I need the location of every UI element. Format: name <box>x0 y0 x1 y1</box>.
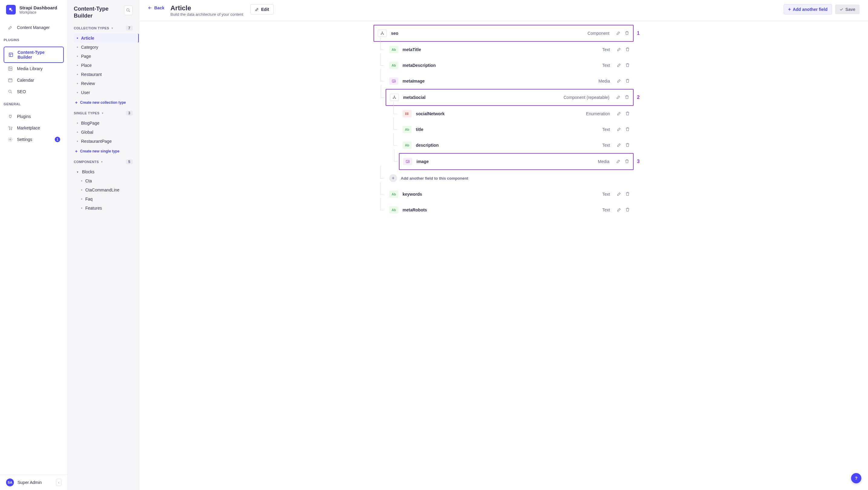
field-row-metaRobots[interactable]: AbmetaRobotsText <box>385 202 633 218</box>
component-item-features[interactable]: Features <box>74 204 133 213</box>
collapse-nav-button[interactable]: ‹ <box>56 479 61 486</box>
delete-field-button[interactable] <box>625 78 630 84</box>
components-count: 5 <box>126 159 133 164</box>
create-single-type[interactable]: + Create new single type <box>74 146 133 156</box>
delete-field-button[interactable] <box>625 111 630 117</box>
strapi-logo-icon <box>6 5 16 14</box>
nav-label: SEO <box>17 89 26 94</box>
edit-field-button[interactable] <box>616 159 621 164</box>
sidebar-search-button[interactable] <box>124 5 133 15</box>
nav-content-manager[interactable]: Content Manager <box>4 22 64 33</box>
edit-field-button[interactable] <box>617 143 621 148</box>
component-group-blocks[interactable]: ▾Blocks <box>74 167 133 176</box>
nav-calendar[interactable]: Calendar <box>4 74 64 86</box>
field-name: metaSocial <box>403 95 541 100</box>
bullet-icon <box>77 65 78 66</box>
help-button[interactable]: ? <box>851 473 861 483</box>
component-type-icon <box>390 94 399 101</box>
create-collection-type[interactable]: + Create new collection type <box>74 97 133 108</box>
svg-point-18 <box>382 32 382 32</box>
edit-button[interactable]: Edit <box>250 4 273 14</box>
svg-point-20 <box>383 34 383 34</box>
edit-field-button[interactable] <box>617 111 621 117</box>
add-field-to-component[interactable]: +Add another field to this component <box>385 170 633 186</box>
components-header[interactable]: COMPONENTS ▼ 5 <box>74 156 133 167</box>
field-row-description[interactable]: AbdescriptionText <box>399 137 633 153</box>
item-label: Article <box>81 36 94 40</box>
edit-field-button[interactable] <box>617 63 621 68</box>
single-types-header[interactable]: SINGLE TYPES ▼ 3 <box>74 108 133 119</box>
edit-field-button[interactable] <box>617 78 621 84</box>
field-type: Component <box>545 31 612 36</box>
component-item-faq[interactable]: Faq <box>74 194 133 204</box>
field-row-seo[interactable]: seoComponent <box>373 25 633 42</box>
edit-field-button[interactable] <box>616 95 621 100</box>
tree-connector <box>391 106 397 122</box>
field-row-socialNetwork[interactable]: socialNetworkEnumeration <box>399 106 633 122</box>
edit-field-button[interactable] <box>617 191 621 197</box>
field-type: Enumeration <box>546 111 613 116</box>
brand-title: Strapi Dashboard <box>19 5 57 10</box>
svg-point-19 <box>381 34 381 34</box>
bullet-icon <box>77 92 78 93</box>
edit-field-button[interactable] <box>617 127 621 132</box>
field-row-metaImage[interactable]: metaImageMedia <box>385 73 633 89</box>
avatar[interactable]: SA <box>6 479 14 486</box>
nav-settings[interactable]: Settings 1 <box>4 134 64 145</box>
add-field-button[interactable]: + Add another field <box>784 4 832 14</box>
delete-field-button[interactable] <box>625 47 630 53</box>
component-item-cta[interactable]: Cta <box>74 176 133 185</box>
bullet-icon <box>81 180 82 182</box>
nav-content-type-builder[interactable]: Content-Type Builder <box>4 47 64 63</box>
item-label: RestaurantPage <box>81 139 112 144</box>
sidebar-item-place[interactable]: Place <box>74 61 133 70</box>
component-item-ctacommandline[interactable]: CtaCommandLine <box>74 185 133 194</box>
chevron-down-icon: ▼ <box>111 27 114 30</box>
sidebar-item-category[interactable]: Category <box>74 43 133 52</box>
sidebar-item-blogpage[interactable]: BlogPage <box>74 119 133 128</box>
tree-connector <box>392 154 398 170</box>
edit-field-button[interactable] <box>617 207 621 213</box>
nav-seo[interactable]: SEO <box>4 86 64 97</box>
delete-field-button[interactable] <box>624 159 629 164</box>
sidebar-item-page[interactable]: Page <box>74 52 133 61</box>
sidebar-item-user[interactable]: User <box>74 88 133 97</box>
sidebar-item-restaurantpage[interactable]: RestaurantPage <box>74 137 133 146</box>
calendar-icon <box>7 77 13 83</box>
svg-point-29 <box>406 113 406 113</box>
nav-plugins[interactable]: Plugins <box>4 111 64 122</box>
settings-badge: 1 <box>55 137 60 142</box>
collection-types-header[interactable]: COLLECTION TYPES ▼ 7 <box>74 23 133 34</box>
delete-field-button[interactable] <box>625 191 630 197</box>
nav-marketplace[interactable]: Marketplace <box>4 122 64 134</box>
sidebar-item-global[interactable]: Global <box>74 128 133 137</box>
sidebar-item-restaurant[interactable]: Restaurant <box>74 70 133 79</box>
field-row-metaDescription[interactable]: AbmetaDescriptionText <box>385 58 633 73</box>
page-subtitle: Build the data architecture of your cont… <box>170 12 243 17</box>
edit-field-button[interactable] <box>616 31 621 36</box>
collection-count: 7 <box>126 26 133 31</box>
field-name: metaImage <box>403 79 542 84</box>
delete-field-button[interactable] <box>624 31 629 36</box>
field-row-image[interactable]: imageMedia <box>399 153 633 170</box>
tree-connector <box>378 42 384 58</box>
edit-field-button[interactable] <box>617 47 621 53</box>
delete-field-button[interactable] <box>625 143 630 148</box>
back-button[interactable]: Back <box>148 4 164 10</box>
svg-point-11 <box>9 90 11 93</box>
delete-field-button[interactable] <box>625 63 630 68</box>
sidebar-item-article[interactable]: Article <box>74 34 139 43</box>
delete-field-button[interactable] <box>624 95 629 100</box>
plus-icon: + <box>389 174 397 182</box>
field-row-metaSocial[interactable]: metaSocialComponent (repeatable) <box>385 89 633 106</box>
delete-field-button[interactable] <box>625 207 630 213</box>
field-row-metaTitle[interactable]: AbmetaTitleText <box>385 42 633 58</box>
bullet-icon <box>81 189 82 190</box>
sidebar-item-review[interactable]: Review <box>74 79 133 88</box>
item-label: User <box>81 90 90 95</box>
nav-media-library[interactable]: Media Library <box>4 63 64 74</box>
delete-field-button[interactable] <box>625 127 630 132</box>
field-row-keywords[interactable]: AbkeywordsText <box>385 186 633 202</box>
field-row-title[interactable]: AbtitleText <box>399 122 633 137</box>
save-button[interactable]: Save <box>835 4 860 14</box>
